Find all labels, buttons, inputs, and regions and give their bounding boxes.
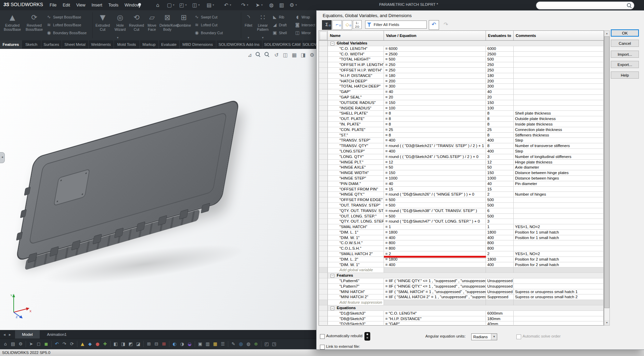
name-cell[interactable]: "TOTAL HATCH DEEP": [328, 84, 384, 89]
table-group-row[interactable]: –Features: [319, 273, 604, 278]
collapse-minus-icon[interactable]: –: [331, 274, 334, 278]
value-cell[interactable]: = "H.I.P. DISTANCE": [384, 316, 486, 322]
macro-icon[interactable]: ◩: [127, 341, 134, 347]
swept-cut-button[interactable]: ∿ Swept Cut: [194, 14, 217, 21]
search-icon[interactable]: [626, 2, 632, 8]
table-row[interactable]: "D8@Sketch3"= "H.I.P. DISTANCE"180mm: [319, 316, 604, 322]
row-selector-cell[interactable]: [319, 192, 328, 197]
comment-cell[interactable]: [514, 84, 604, 89]
equation-view-icon[interactable]: Σ⊙: [322, 20, 332, 30]
comment-cell[interactable]: [514, 95, 604, 100]
comment-cell[interactable]: Shell plate thickness: [514, 111, 604, 116]
table-row[interactable]: "ST."= 88Stiffeners thickness: [319, 133, 604, 138]
name-cell[interactable]: "SMALL HATCH 2": [328, 251, 384, 257]
featuremanager-flyout-icon[interactable]: ◄: [0, 152, 5, 163]
row-selector-cell[interactable]: [319, 176, 328, 181]
comment-cell[interactable]: [514, 240, 604, 246]
table-row[interactable]: "MINI HATCH 2"= IIF ( "SMALL HATCH 2" = …: [319, 294, 604, 300]
redo-icon[interactable]: ↷: [240, 1, 247, 9]
name-cell[interactable]: "LPattern7": [328, 284, 384, 289]
tab-mbd-dimensions[interactable]: MBD Dimensions: [179, 40, 216, 49]
macro-icon[interactable]: ◒: [186, 341, 193, 347]
macro-icon[interactable]: ✚: [102, 341, 108, 347]
save-icon[interactable]: ◫: [191, 1, 198, 9]
delete-keep-body-button[interactable]: ⊠Delete/KeepBody: [159, 12, 175, 39]
row-selector-cell[interactable]: [319, 116, 328, 122]
boundary-boss-button[interactable]: ◉ Boundary Boss/Base: [46, 29, 87, 36]
undo-icon[interactable]: ↶: [429, 20, 439, 30]
tab-features[interactable]: Features: [0, 40, 22, 49]
measure-icon[interactable]: ⊿: [246, 51, 254, 59]
comment-cell[interactable]: Step: [514, 138, 604, 143]
comment-cell[interactable]: Number of longitudinal stiffeners: [514, 154, 604, 160]
table-row[interactable]: "DIM. W. 1"= 400400Position for 1 small …: [319, 235, 604, 241]
row-selector-cell[interactable]: [319, 170, 328, 176]
row-selector-cell[interactable]: [319, 284, 328, 289]
name-cell[interactable]: "MINI HATCH": [328, 289, 384, 295]
macro-icon[interactable]: ▦: [212, 341, 219, 347]
value-cell[interactable]: = 250: [384, 62, 486, 68]
scroll-up-icon[interactable]: ▲: [604, 31, 609, 36]
table-row[interactable]: "C.O.L.S.H."= 800800: [319, 246, 604, 251]
filter-field[interactable]: [365, 21, 427, 29]
macro-icon[interactable]: ▣: [197, 341, 204, 347]
tab-weldments[interactable]: Weldments: [88, 40, 114, 49]
row-selector-cell[interactable]: [319, 62, 328, 68]
value-cell[interactable]: = 8: [384, 116, 486, 122]
open-document-icon[interactable]: ◰: [178, 1, 185, 9]
table-row[interactable]: "DIM. W. 1"= 400400Position for 2 small …: [319, 262, 604, 268]
table-row[interactable]: "GAP SEAL"= 2020: [319, 95, 604, 100]
value-cell[interactable]: = 6000: [384, 46, 486, 52]
name-cell[interactable]: "TOTAL HEIGHT": [328, 57, 384, 62]
table-row[interactable]: "DIM. L. 1"= 18001800Position for 1 smal…: [319, 230, 604, 235]
macro-icon[interactable]: ☰: [219, 341, 226, 347]
rib-button[interactable]: ◣ Rib: [272, 14, 284, 21]
draft-button[interactable]: ◢ Draft: [272, 22, 287, 28]
name-cell[interactable]: "TRANSV. QTY": [328, 143, 384, 149]
table-row[interactable]: "CON. PLATE"= 2525Connection plate thick…: [319, 127, 604, 133]
undo-icon[interactable]: ↶: [222, 1, 230, 9]
table-row[interactable]: "HINGE QTY."= round ( "D5@Sketch26" / ( …: [319, 192, 604, 197]
name-cell[interactable]: "C.O.L.S.H.": [328, 246, 384, 251]
comment-cell[interactable]: [514, 246, 604, 251]
macro-icon[interactable]: ◧: [112, 341, 119, 347]
add-row-label[interactable]: Add global variable: [328, 267, 384, 273]
row-selector-cell[interactable]: [319, 181, 328, 187]
value-cell[interactable]: = 1: [384, 224, 486, 230]
name-cell[interactable]: "LONG. QTY": [328, 154, 384, 160]
comment-cell[interactable]: Axle diameter: [514, 165, 604, 170]
combine-button[interactable]: ⊞Combine: [176, 12, 192, 39]
table-row[interactable]: "TOTAL HATCH DEEP"= 300300: [319, 84, 604, 89]
previous-view-icon[interactable]: ↺: [272, 51, 281, 59]
menu-item-tools[interactable]: Tools: [105, 0, 121, 10]
value-cell[interactable]: = 1800: [384, 257, 486, 262]
tab-mold-tools[interactable]: Mold Tools: [114, 40, 140, 49]
filter-input[interactable]: [373, 21, 426, 28]
table-row[interactable]: "PIN DIAM."= 4040Pin diameter: [319, 181, 604, 187]
value-cell[interactable]: = 500: [384, 197, 486, 203]
name-cell[interactable]: "OUT. LONG. STEP.": [328, 214, 384, 219]
row-selector-cell[interactable]: [319, 321, 328, 325]
chevron-down-icon[interactable]: ▼: [261, 36, 264, 39]
table-row[interactable]: "QTY. OUT. TRANSV. STEP"= round ( "D1@Sk…: [319, 208, 604, 214]
new-document-icon[interactable]: ▢: [166, 1, 173, 9]
comment-cell[interactable]: [514, 62, 604, 68]
macro-icon[interactable]: ⚙: [17, 341, 24, 347]
comment-cell[interactable]: [514, 316, 604, 322]
automatically-rebuild-checkbox[interactable]: [320, 334, 325, 339]
name-cell[interactable]: "HINGE STEP": [328, 176, 384, 181]
table-row[interactable]: "DIM. L. 2"= 18001800Position for 2 smal…: [319, 257, 604, 262]
swept-boss-button[interactable]: ∿ Swept Boss/Base: [46, 14, 81, 21]
comment-cell[interactable]: Step: [514, 149, 604, 154]
name-cell[interactable]: "D1@Sketch3": [328, 311, 384, 316]
name-cell[interactable]: "QTY. OUT. TRANSV. STEP": [328, 208, 384, 214]
comment-cell[interactable]: [514, 187, 604, 192]
row-selector-cell[interactable]: [319, 95, 328, 100]
table-row[interactable]: "IN. PLATE"= 88Inside plate thickness: [319, 122, 604, 127]
table-row[interactable]: "OFFSET FROM EDGE"= 500500: [319, 197, 604, 203]
menu-item-insert[interactable]: Insert: [89, 0, 105, 10]
row-selector-cell[interactable]: [319, 84, 328, 89]
comment-cell[interactable]: Number of transverse stiffeners: [514, 143, 604, 149]
select-icon[interactable]: ➤: [254, 1, 261, 9]
value-cell[interactable]: = round ( ( "D1@Sketch24" / "LONG.STEP" …: [384, 154, 486, 160]
